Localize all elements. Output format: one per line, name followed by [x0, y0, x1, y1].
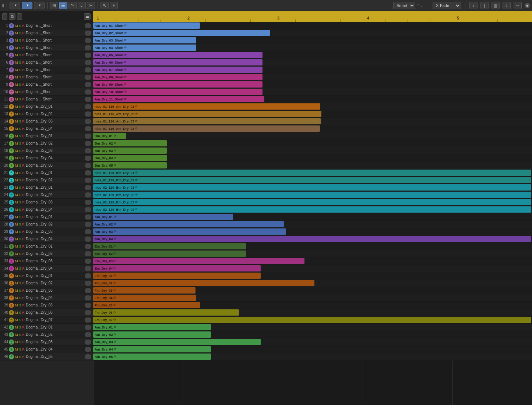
record-btn[interactable]: R — [22, 24, 25, 28]
solo-btn[interactable]: S — [19, 318, 22, 322]
record-btn[interactable]: R — [22, 355, 25, 359]
track-avatar[interactable] — [9, 192, 14, 198]
track-volume-knob[interactable] — [85, 251, 91, 256]
solo-btn[interactable]: S — [19, 112, 22, 116]
track-volume-knob[interactable] — [85, 281, 91, 286]
record-btn[interactable]: R — [22, 193, 25, 197]
solo-btn[interactable]: S — [19, 215, 22, 219]
track-clip[interactable]: nies_02_120_Bm_Dry_03⟳ — [93, 199, 531, 205]
mute-btn[interactable]: M — [15, 223, 18, 226]
solo-btn[interactable]: S — [19, 252, 22, 256]
solo-btn[interactable]: S — [19, 142, 22, 145]
track-avatar[interactable] — [9, 89, 14, 95]
track-volume-knob[interactable] — [85, 97, 91, 102]
mute-btn[interactable]: M — [15, 134, 18, 138]
solo-btn[interactable]: S — [19, 164, 22, 167]
track-volume-knob[interactable] — [85, 295, 91, 301]
track-avatar[interactable] — [9, 281, 14, 286]
track-clip[interactable]: Am_Dry_08_Short⟳ — [93, 74, 263, 80]
record-btn[interactable]: R — [22, 237, 25, 241]
track-avatar[interactable] — [9, 45, 14, 50]
track-clip[interactable]: Am_Dry_01_Short⟳ — [93, 22, 200, 29]
record-btn[interactable]: R — [22, 46, 25, 50]
track-volume-knob[interactable] — [85, 354, 91, 359]
mute-btn[interactable]: M — [15, 97, 18, 101]
scissors-icon[interactable]: ✂ — [87, 2, 95, 9]
track-clip[interactable]: Em_Dry_02⟳ — [93, 251, 246, 257]
track-volume-knob[interactable] — [85, 104, 91, 109]
solo-btn[interactable]: S — [19, 326, 22, 329]
mute-btn[interactable]: M — [15, 340, 18, 344]
mute-btn[interactable]: M — [15, 355, 18, 359]
mute-btn[interactable]: M — [15, 171, 18, 175]
track-clip[interactable]: Fm_Dry_02⟳ — [93, 280, 314, 286]
apple-icon[interactable]:  — [2, 3, 4, 8]
track-clip[interactable]: Em_Dry_01⟳ — [93, 243, 246, 249]
track-clip[interactable]: nies_02_120_Bm_Dry_02⟳ — [93, 192, 531, 198]
track-avatar[interactable] — [9, 237, 14, 242]
record-btn[interactable]: R — [22, 61, 25, 64]
track-clip[interactable]: Fm_Dry_06⟳ — [93, 309, 239, 316]
mute-btn[interactable]: M — [15, 53, 18, 57]
mute-btn[interactable]: M — [15, 83, 18, 86]
track-avatar[interactable] — [9, 104, 14, 109]
record-btn[interactable]: R — [22, 340, 25, 344]
record-btn[interactable]: R — [22, 164, 25, 167]
mute-btn[interactable]: M — [15, 237, 18, 241]
solo-btn[interactable]: S — [19, 296, 22, 300]
mute-btn[interactable]: M — [15, 156, 18, 160]
track-volume-knob[interactable] — [85, 75, 91, 80]
solo-btn[interactable]: S — [19, 333, 22, 337]
record-btn[interactable]: R — [22, 178, 25, 182]
solo-btn[interactable]: S — [19, 171, 22, 175]
solo-btn[interactable]: S — [19, 267, 22, 270]
midi-icon[interactable]: ♩ — [78, 2, 86, 9]
record-btn[interactable]: R — [22, 105, 25, 109]
circle-icon[interactable]: ● — [525, 3, 530, 8]
track-volume-knob[interactable] — [85, 325, 91, 330]
track-avatar[interactable] — [9, 251, 14, 256]
record-btn[interactable]: R — [22, 274, 25, 278]
add-track-button[interactable] — [2, 13, 7, 20]
solo-btn[interactable]: S — [19, 237, 22, 241]
record-btn[interactable]: R — [22, 208, 25, 212]
solo-btn[interactable]: S — [19, 355, 22, 359]
mute-btn[interactable]: M — [15, 303, 18, 307]
solo-btn[interactable]: S — [19, 230, 22, 234]
solo-btn[interactable]: S — [19, 149, 22, 153]
record-btn[interactable]: R — [22, 326, 25, 329]
solo-btn[interactable]: S — [19, 178, 22, 182]
solo-btn[interactable]: S — [19, 39, 22, 42]
track-volume-knob[interactable] — [85, 185, 91, 190]
record-btn[interactable]: R — [22, 296, 25, 300]
track-clip[interactable]: Am_Dry_02⟳ — [93, 331, 211, 338]
record-btn[interactable]: R — [22, 75, 25, 79]
solo-btn[interactable]: S — [19, 245, 22, 248]
record-btn[interactable]: R — [22, 259, 25, 263]
track-volume-knob[interactable] — [85, 222, 91, 227]
solo-btn[interactable]: S — [19, 75, 22, 79]
track-clip[interactable]: Am_Dry_01⟳ — [93, 214, 233, 220]
track-clip[interactable]: Am_Dry_09_Short⟳ — [93, 81, 263, 88]
track-avatar[interactable] — [9, 53, 14, 58]
record-btn[interactable]: R — [22, 90, 25, 94]
track-volume-knob[interactable] — [85, 273, 91, 278]
track-clip[interactable]: Bm_Dry_05⟳ — [93, 162, 167, 168]
track-volume-knob[interactable] — [85, 89, 91, 95]
track-volume-knob[interactable] — [85, 60, 91, 65]
track-clip[interactable]: nies_01_120_Bm_Dry_02⟳ — [93, 177, 531, 183]
solo-btn[interactable]: S — [19, 274, 22, 278]
track-volume-knob[interactable] — [85, 23, 91, 28]
record-btn[interactable]: R — [22, 281, 25, 285]
mute-btn[interactable]: M — [15, 127, 18, 131]
solo-btn[interactable]: S — [19, 120, 22, 123]
track-avatar[interactable] — [9, 156, 14, 161]
solo-btn[interactable]: S — [19, 340, 22, 344]
mute-btn[interactable]: M — [15, 31, 18, 35]
mute-btn[interactable]: M — [15, 333, 18, 337]
solo-btn[interactable]: S — [19, 83, 22, 86]
track-clip[interactable]: Am_Dry_03⟳ — [93, 228, 286, 235]
track-clip[interactable]: Am_Dry_03_Short⟳ — [93, 37, 196, 43]
track-avatar[interactable] — [9, 67, 14, 72]
track-avatar[interactable] — [9, 82, 14, 87]
